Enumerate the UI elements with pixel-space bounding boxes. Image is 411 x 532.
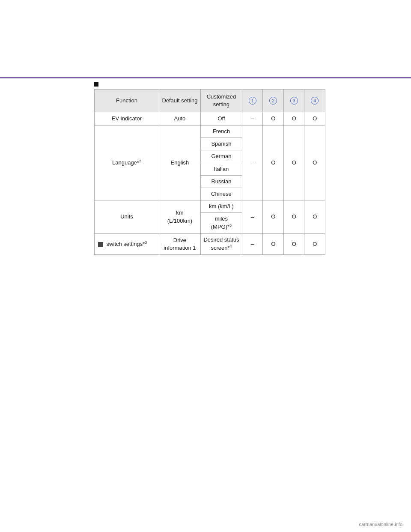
ev-indicator-custom: Off bbox=[200, 112, 242, 126]
switch-settings-dash: – bbox=[242, 233, 263, 254]
units-o2: O bbox=[283, 200, 304, 234]
table-row: switch settings*3 Driveinformation 1 Des… bbox=[95, 233, 325, 254]
header-num2: 2 bbox=[263, 90, 284, 112]
language-option-italian: Italian bbox=[200, 163, 242, 175]
language-dash: – bbox=[242, 125, 263, 200]
switch-settings-default: Driveinformation 1 bbox=[159, 233, 200, 254]
language-option-french: French bbox=[200, 125, 242, 137]
table-header-row: Function Default setting Customized sett… bbox=[95, 90, 325, 112]
units-option-miles: miles(MPG)*3 bbox=[200, 213, 242, 234]
header-num4: 4 bbox=[304, 90, 325, 112]
units-o1: O bbox=[263, 200, 284, 234]
header-num1: 1 bbox=[242, 90, 263, 112]
top-line bbox=[0, 77, 411, 78]
header-num3: 3 bbox=[283, 90, 304, 112]
table-row: Units km(L/100km) km (km/L) – O O O bbox=[95, 200, 325, 213]
header-default: Default setting bbox=[159, 90, 200, 112]
switch-settings-o2: O bbox=[283, 233, 304, 254]
language-o2: O bbox=[283, 125, 304, 200]
ev-indicator-o3: O bbox=[304, 112, 325, 126]
watermark: carmanualonline.info bbox=[359, 522, 402, 527]
table-row: EV indicator Auto Off – O O O bbox=[95, 112, 325, 126]
circle-4: 4 bbox=[311, 97, 319, 105]
switch-settings-o3: O bbox=[304, 233, 325, 254]
header-function: Function bbox=[95, 90, 159, 112]
language-o3: O bbox=[304, 125, 325, 200]
language-option-chinese: Chinese bbox=[200, 188, 242, 200]
circle-3: 3 bbox=[290, 97, 298, 105]
section-bullet bbox=[94, 82, 98, 87]
settings-table-wrapper: Function Default setting Customized sett… bbox=[94, 89, 325, 255]
units-dash: – bbox=[242, 200, 263, 234]
circle-2: 2 bbox=[269, 97, 277, 105]
ev-indicator-o1: O bbox=[263, 112, 284, 126]
circle-1: 1 bbox=[249, 97, 256, 105]
units-label: Units bbox=[95, 200, 159, 234]
ev-indicator-o2: O bbox=[283, 112, 304, 126]
ev-indicator-label: EV indicator bbox=[95, 112, 159, 126]
units-default: km(L/100km) bbox=[159, 200, 200, 234]
page-container: Function Default setting Customized sett… bbox=[0, 0, 411, 532]
language-default: English bbox=[159, 125, 200, 200]
header-custom: Customized setting bbox=[200, 90, 242, 112]
switch-icon bbox=[98, 242, 103, 247]
units-o3: O bbox=[304, 200, 325, 234]
language-option-german: German bbox=[200, 150, 242, 163]
switch-settings-custom: Desired statusscreen*4 bbox=[200, 233, 242, 254]
switch-settings-label: switch settings*3 bbox=[95, 233, 159, 254]
units-option-km: km (km/L) bbox=[200, 200, 242, 213]
ev-indicator-dash: – bbox=[242, 112, 263, 126]
settings-table: Function Default setting Customized sett… bbox=[94, 89, 325, 255]
language-o1: O bbox=[263, 125, 284, 200]
language-option-russian: Russian bbox=[200, 175, 242, 188]
language-option-spanish: Spanish bbox=[200, 138, 242, 150]
table-row: Language*2 English French – O O O bbox=[95, 125, 325, 137]
ev-indicator-default: Auto bbox=[159, 112, 200, 126]
switch-settings-o1: O bbox=[263, 233, 284, 254]
language-label: Language*2 bbox=[95, 125, 159, 200]
